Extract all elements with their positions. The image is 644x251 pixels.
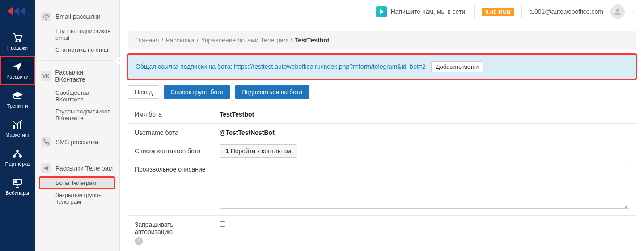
svg-point-10 xyxy=(616,9,619,12)
bot-auth-cell xyxy=(213,216,636,251)
label: Рассылки ВКонтакте xyxy=(55,69,113,83)
user-email[interactable]: a.001@autoweboffice.com xyxy=(529,8,603,15)
label: Рассылки Телеграм xyxy=(55,165,113,172)
paper-plane-icon xyxy=(11,61,24,72)
help-icon[interactable]: ? xyxy=(135,237,143,245)
bot-auth-label: Запрашивать авторизацию ? xyxy=(128,216,213,251)
rail-label: Партнёрка xyxy=(5,161,30,167)
contacts-count: 1 xyxy=(225,147,229,155)
rail-label: Продажи xyxy=(7,45,28,50)
phone-sms-icon xyxy=(41,137,51,147)
sidepanel-email-head[interactable]: @ Email рассылки xyxy=(39,8,115,25)
svg-point-7 xyxy=(19,155,22,158)
rail-item-trainings[interactable]: Тренинги xyxy=(0,85,35,114)
bot-groups-button[interactable]: Список групп бота xyxy=(164,85,230,99)
app-logo xyxy=(7,4,28,18)
user-menu-caret[interactable]: ⌄ xyxy=(632,9,636,15)
bot-details-table: Имя бота TestTestbot Username бота @Test… xyxy=(128,105,636,251)
table-row: Список контактов бота 1 Перейти к контак… xyxy=(128,142,636,160)
table-row: Запрашивать авторизацию ? xyxy=(128,216,636,251)
network-icon xyxy=(11,148,24,159)
svg-point-0 xyxy=(16,40,17,42)
graduation-cap-icon xyxy=(11,90,24,101)
rail-label: Маркетинг xyxy=(5,132,29,138)
sidepanel-vk-communities[interactable]: Сообщества ВКонтакте xyxy=(39,87,115,105)
action-bar: Назад Список групп бота Подписаться на б… xyxy=(128,85,636,99)
divider xyxy=(41,129,113,129)
label: SMS рассылки xyxy=(55,138,98,146)
rail-label: Вебинары xyxy=(6,190,29,196)
avatar[interactable] xyxy=(610,4,625,19)
contacts-btn-text: Перейти к контактам xyxy=(229,147,291,155)
breadcrumb-bot-manage[interactable]: Управление ботами Телеграм xyxy=(201,37,288,44)
sidepanel-email-stats[interactable]: Статистика по email xyxy=(39,44,115,56)
chat-text: Напишите нам, мы в сети! xyxy=(391,8,467,15)
sidepanel-vk-head[interactable]: VK Рассылки ВКонтакте xyxy=(39,65,115,87)
rail-label: Рассылки xyxy=(6,74,28,79)
play-chat-icon xyxy=(376,6,387,17)
subscribe-link-alert: Общая ссылка подписки на бота: https://t… xyxy=(128,54,636,79)
sidepanel-sms-head[interactable]: SMS рассылки xyxy=(39,134,115,151)
presentation-icon xyxy=(11,177,24,188)
sidepanel-vk-groups[interactable]: Группы подписчиков ВКонтакте xyxy=(39,105,115,124)
left-rail: Продажи Рассылки Тренинги Маркетинг Парт… xyxy=(0,0,35,251)
main: Напишите нам, мы в сети! 0.00 RUB a.001@… xyxy=(120,0,644,251)
rail-item-mailings[interactable]: Рассылки xyxy=(0,56,35,85)
table-row: Имя бота TestTestbot xyxy=(128,105,636,124)
topbar: Напишите нам, мы в сети! 0.00 RUB a.001@… xyxy=(120,0,644,23)
bot-username-value: @TestTestNestBot xyxy=(213,124,636,142)
bot-description-textarea[interactable] xyxy=(220,166,629,209)
svg-point-5 xyxy=(16,150,19,152)
bot-subscribe-link[interactable]: https://testtest.autoweboffice.ru/index.… xyxy=(234,63,426,70)
cart-icon xyxy=(11,32,24,43)
rail-label: Тренинги xyxy=(7,103,28,109)
rail-item-sales[interactable]: Продажи xyxy=(0,27,35,56)
sidepanel-tg-closed-groups[interactable]: Закрытые группы Телеграм xyxy=(39,189,115,208)
breadcrumb-sep: / xyxy=(290,37,292,44)
bot-name-value: TestTestbot xyxy=(213,105,636,124)
request-auth-checkbox[interactable] xyxy=(220,221,225,227)
breadcrumb: Главная / Рассылки / Управление ботами Т… xyxy=(128,31,636,49)
breadcrumb-mailings[interactable]: Рассылки xyxy=(166,37,194,44)
side-panel: @ Email рассылки Группы подписчиков emai… xyxy=(35,0,120,251)
divider xyxy=(41,60,113,61)
go-to-contacts-button[interactable]: 1 Перейти к контактам xyxy=(220,144,297,158)
live-chat[interactable]: Напишите нам, мы в сети! xyxy=(376,6,467,17)
content: Главная / Рассылки / Управление ботами Т… xyxy=(120,23,644,251)
label: Email рассылки xyxy=(55,13,101,20)
telegram-icon xyxy=(41,163,51,173)
balance-badge[interactable]: 0.00 RUB xyxy=(482,8,514,16)
breadcrumb-home[interactable]: Главная xyxy=(135,37,159,44)
rail-item-webinars[interactable]: Вебинары xyxy=(0,172,35,201)
subscribe-bot-button[interactable]: Подписаться на бота xyxy=(235,85,309,99)
bot-contacts-label: Список контактов бота xyxy=(128,142,213,160)
at-icon: @ xyxy=(41,12,51,21)
rail-item-marketing[interactable]: Маркетинг xyxy=(0,114,35,143)
divider xyxy=(474,5,475,18)
svg-rect-2 xyxy=(13,125,15,129)
divider xyxy=(521,5,522,18)
back-button[interactable]: Назад xyxy=(128,85,159,99)
add-tags-button[interactable]: Добавить метки xyxy=(431,61,484,72)
bot-name-label: Имя бота xyxy=(128,105,213,124)
table-row: Произвольное описание xyxy=(128,160,636,216)
sidepanel-tg-bots[interactable]: Боты Телеграм xyxy=(39,177,115,189)
sidepanel-tg-head[interactable]: Рассылки Телеграм xyxy=(39,160,115,177)
svg-point-1 xyxy=(19,40,21,42)
rail-item-affiliate[interactable]: Партнёрка xyxy=(0,143,35,172)
svg-point-9 xyxy=(15,181,17,183)
bot-username-label: Username бота xyxy=(128,124,213,142)
divider xyxy=(41,155,113,155)
bar-chart-icon xyxy=(11,119,24,130)
bot-description-label: Произвольное описание xyxy=(128,160,213,216)
breadcrumb-sep: / xyxy=(161,37,163,44)
sidepanel-email-groups[interactable]: Группы подписчиков email xyxy=(39,25,115,44)
bot-contacts-cell: 1 Перейти к контактам xyxy=(213,142,636,160)
alert-label: Общая ссылка подписки на бота: xyxy=(136,63,234,70)
bot-description-cell xyxy=(213,160,636,216)
vk-icon: VK xyxy=(41,71,51,81)
breadcrumb-sep: / xyxy=(197,37,199,44)
breadcrumb-current: TestTestbot xyxy=(295,37,329,44)
value-text: @TestTestNestBot xyxy=(220,129,275,136)
table-row: Username бота @TestTestNestBot xyxy=(128,124,636,142)
